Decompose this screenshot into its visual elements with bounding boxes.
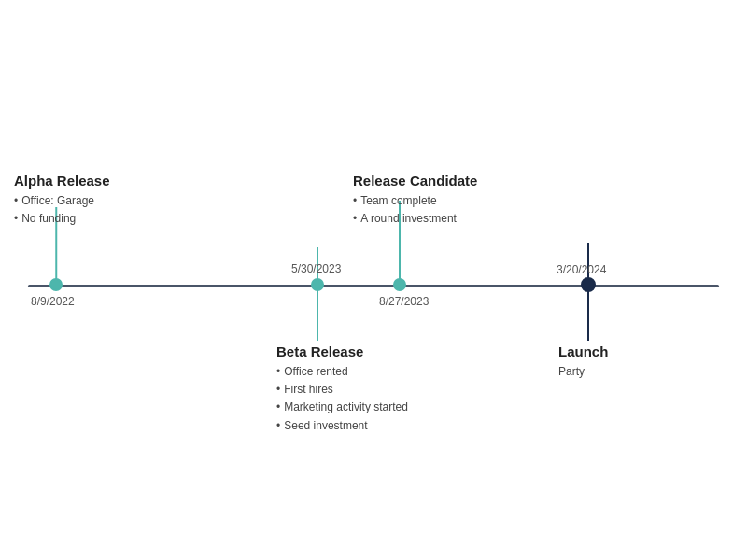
timeline-container: Alpha Release • Office: Garage • No fund… [0, 0, 747, 560]
connector-beta-bottom [317, 285, 318, 341]
bullet-icon: • [14, 210, 18, 228]
timeline-line [28, 285, 719, 287]
alpha-date: 8/9/2022 [31, 295, 75, 308]
bullet-icon: • [353, 210, 357, 228]
launch-item-0: Party [558, 363, 608, 381]
launch-title: Launch [558, 343, 608, 359]
dot-launch [581, 277, 596, 292]
launch-date-top: 3/20/2024 [557, 263, 606, 276]
label-launch: Launch Party [558, 343, 608, 381]
connector-launch-bottom [587, 285, 589, 341]
beta-item-1: • First hires [276, 381, 408, 399]
bullet-icon: • [276, 381, 280, 399]
beta-title: Beta Release [276, 343, 408, 359]
dot-beta [311, 278, 324, 291]
bullet-icon: • [353, 192, 357, 210]
rc-item-1: • A round investment [353, 210, 477, 228]
bullet-icon: • [276, 363, 280, 381]
alpha-item-0: • Office: Garage [14, 192, 110, 210]
bullet-icon: • [276, 399, 280, 416]
beta-date-top: 5/30/2023 [291, 262, 341, 275]
alpha-title: Alpha Release [14, 173, 110, 189]
label-rc: Release Candidate • Team complete • A ro… [353, 173, 477, 228]
bullet-icon: • [276, 417, 280, 435]
beta-item-3: • Seed investment [276, 417, 408, 435]
bullet-icon: • [14, 192, 18, 210]
label-beta: Beta Release • Office rented • First hir… [276, 343, 408, 435]
rc-date-bottom: 8/27/2023 [379, 295, 429, 308]
beta-item-0: • Office rented [276, 363, 408, 381]
rc-title: Release Candidate [353, 173, 477, 189]
rc-item-0: • Team complete [353, 192, 477, 210]
dot-rc [393, 278, 406, 291]
dot-alpha [49, 278, 63, 291]
beta-item-2: • Marketing activity started [276, 399, 408, 416]
label-alpha: Alpha Release • Office: Garage • No fund… [14, 173, 110, 228]
alpha-item-1: • No funding [14, 210, 110, 228]
